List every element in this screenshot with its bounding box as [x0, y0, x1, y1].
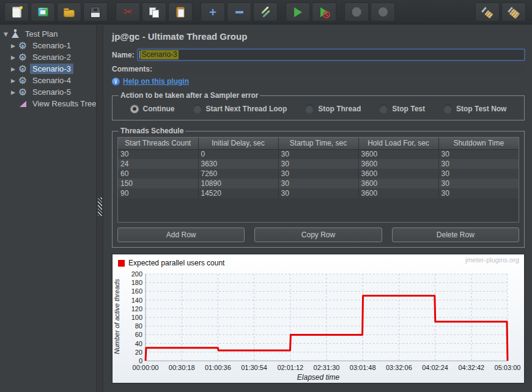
start-button[interactable] [286, 2, 310, 21]
radio-button-icon [379, 105, 388, 113]
svg-text:100: 100 [131, 314, 142, 321]
table-cell[interactable]: 150 [118, 179, 198, 188]
radio-stop-test-now[interactable]: Stop Test Now [443, 105, 506, 113]
radio-continue[interactable]: Continue [130, 105, 175, 113]
column-header[interactable]: Start Threads Count [118, 138, 198, 149]
table-cell[interactable]: 10890 [198, 179, 278, 188]
radio-button-icon [443, 105, 452, 113]
table-cell[interactable]: 30 [278, 188, 358, 198]
table-cell[interactable]: 30 [278, 169, 358, 179]
collapsed-arrow-icon[interactable]: ▶ [9, 78, 17, 84]
tree-item-view-results-tree[interactable]: View Results Tree [0, 98, 96, 109]
table-row[interactable]: 60726030360030 [118, 169, 519, 179]
column-header[interactable]: Startup Time, sec [278, 138, 358, 149]
radio-stop-test[interactable]: Stop Test [379, 105, 425, 113]
table-cell[interactable]: 60 [118, 169, 198, 179]
collapsed-arrow-icon[interactable]: ▶ [9, 89, 17, 95]
collapsed-arrow-icon[interactable]: ▶ [9, 43, 17, 49]
gear-icon [17, 75, 28, 86]
table-row[interactable]: 30030360030 [118, 149, 519, 159]
clear-button[interactable] [475, 2, 500, 21]
column-header[interactable]: Initial Delay, sec [198, 138, 278, 149]
column-header[interactable]: Hold Load For, sec [358, 138, 438, 149]
name-input[interactable]: Scenario-3 [138, 49, 525, 61]
help-link[interactable]: Help on this plugin [123, 77, 189, 86]
text-caret-icon [139, 51, 140, 59]
expand-all-button[interactable] [201, 2, 225, 21]
test-plan-icon [10, 29, 21, 39]
column-header[interactable]: Shutdown Time [438, 138, 519, 149]
copy-button[interactable] [142, 2, 166, 21]
svg-text:05:03:00: 05:03:00 [495, 364, 521, 371]
cut-button[interactable] [116, 2, 140, 21]
table-cell[interactable]: 14520 [198, 188, 278, 198]
add-row-button[interactable]: Add Row [117, 227, 245, 242]
copy-row-button[interactable]: Copy Row [254, 227, 382, 242]
save-button[interactable] [83, 2, 108, 21]
table-cell[interactable]: 30 [278, 159, 358, 169]
cut-icon [122, 6, 134, 18]
start-no-timers-button[interactable] [312, 2, 336, 21]
table-cell[interactable]: 30 [438, 179, 519, 188]
templates-icon [37, 6, 49, 18]
splitter[interactable] [96, 25, 103, 392]
open-button[interactable] [57, 2, 81, 21]
main-panel: jp@gc - Ultimate Thread Group Name: Scen… [103, 25, 532, 392]
templates-button[interactable] [31, 2, 55, 21]
comments-input[interactable] [155, 64, 525, 74]
tree-item-scenario-4[interactable]: ▶Scenario-4 [0, 75, 96, 86]
table-row[interactable]: 901452030360030 [118, 188, 519, 198]
table-cell[interactable]: 0 [198, 149, 278, 159]
threads-schedule-title: Threads Schedule [119, 127, 185, 135]
copy-icon [148, 6, 160, 18]
tree-item-scenario-3[interactable]: ▶Scenario-3 [0, 63, 96, 75]
splitter-handle-icon[interactable] [98, 198, 102, 216]
minus-icon [233, 6, 245, 18]
svg-text:02:01:12: 02:01:12 [277, 364, 303, 371]
new-button[interactable] [4, 2, 29, 21]
start-no-timers-icon [318, 6, 330, 18]
toggle-button[interactable] [253, 2, 278, 21]
collapsed-arrow-icon[interactable]: ▶ [9, 54, 17, 61]
delete-row-button[interactable]: Delete Row [392, 227, 519, 242]
table-cell[interactable]: 30 [278, 179, 358, 188]
clear-all-button[interactable] [501, 2, 526, 21]
table-cell[interactable]: 30 [438, 149, 519, 159]
clear-icon [481, 6, 493, 18]
svg-text:200: 200 [131, 270, 142, 278]
chart-plot: 02040608010012014016018020000:00:0000:30… [122, 270, 524, 375]
table-cell[interactable]: 24 [118, 159, 198, 169]
table-cell[interactable]: 30 [438, 169, 519, 179]
name-value: Scenario-3 [141, 50, 179, 59]
radio-start-next-thread-loop[interactable]: Start Next Thread Loop [193, 105, 287, 113]
table-cell[interactable]: 30 [118, 149, 198, 159]
tree-item-scenario-1[interactable]: ▶Scenario-1 [0, 40, 96, 51]
shutdown-button [371, 2, 395, 21]
collapse-all-button[interactable] [227, 2, 251, 21]
svg-text:04:02:24: 04:02:24 [422, 364, 448, 371]
tree-item-label: Scenario-3 [30, 64, 73, 74]
table-cell[interactable]: 7260 [198, 169, 278, 179]
table-cell[interactable]: 3600 [358, 159, 438, 169]
tree-item-scenario-2[interactable]: ▶Scenario-2 [0, 51, 96, 63]
legend-swatch-icon [118, 260, 125, 267]
table-cell[interactable]: 3600 [358, 169, 438, 179]
table-cell[interactable]: 3600 [358, 149, 438, 159]
results-tree-icon [17, 98, 28, 109]
table-row[interactable]: 1501089030360030 [118, 179, 519, 188]
tree-item-scenario-5[interactable]: ▶Scenario-5 [0, 86, 96, 98]
expanded-arrow-icon[interactable]: ▼ [2, 31, 10, 37]
table-cell[interactable]: 3600 [358, 188, 438, 198]
radio-stop-thread[interactable]: Stop Thread [305, 105, 361, 113]
table-cell[interactable]: 3600 [358, 179, 438, 188]
collapsed-arrow-icon[interactable]: ▶ [9, 66, 17, 72]
table-cell[interactable]: 3630 [198, 159, 278, 169]
table-cell[interactable]: 30 [278, 149, 358, 159]
table-cell[interactable]: 90 [118, 188, 198, 198]
paste-button[interactable] [168, 2, 193, 21]
radio-label: Stop Test Now [456, 105, 506, 113]
table-cell[interactable]: 30 [438, 159, 519, 169]
tree-item-test-plan[interactable]: ▼Test Plan [0, 28, 96, 40]
table-cell[interactable]: 30 [438, 188, 519, 198]
table-row[interactable]: 24363030360030 [118, 159, 519, 169]
